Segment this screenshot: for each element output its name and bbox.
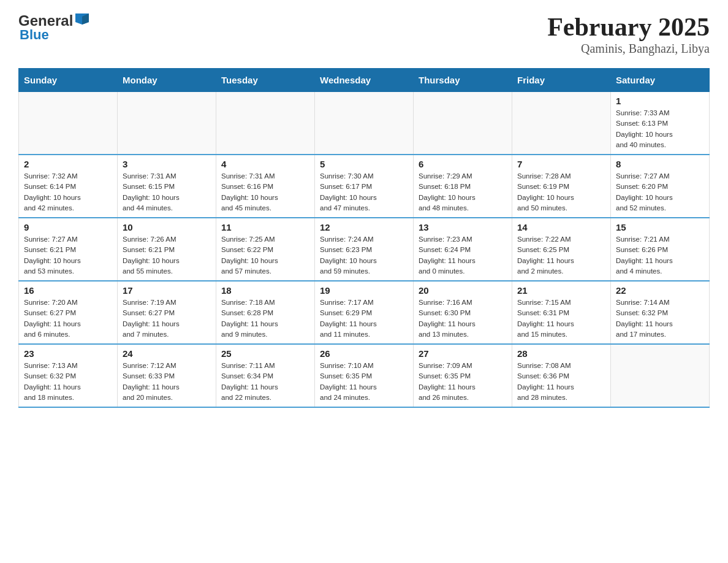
day-info: Sunrise: 7:22 AMSunset: 6:25 PMDaylight:… — [517, 234, 605, 277]
day-number: 14 — [517, 222, 605, 232]
day-info: Sunrise: 7:31 AMSunset: 6:15 PMDaylight:… — [123, 171, 211, 213]
calendar-cell: 3Sunrise: 7:31 AMSunset: 6:15 PMDaylight… — [118, 155, 216, 218]
calendar-cell: 23Sunrise: 7:13 AMSunset: 6:32 PMDayligh… — [19, 344, 118, 407]
calendar-week-row: 2Sunrise: 7:32 AMSunset: 6:14 PMDaylight… — [19, 155, 710, 218]
logo-blue: Blue — [20, 27, 49, 43]
day-info: Sunrise: 7:27 AMSunset: 6:20 PMDaylight:… — [616, 171, 704, 213]
day-info: Sunrise: 7:21 AMSunset: 6:26 PMDaylight:… — [616, 234, 704, 277]
day-number: 2 — [24, 159, 112, 169]
calendar-header-row: SundayMondayTuesdayWednesdayThursdayFrid… — [19, 69, 710, 92]
calendar-cell — [118, 92, 216, 155]
day-info: Sunrise: 7:26 AMSunset: 6:21 PMDaylight:… — [123, 234, 211, 277]
calendar-cell: 17Sunrise: 7:19 AMSunset: 6:27 PMDayligh… — [118, 281, 216, 344]
day-number: 6 — [419, 159, 507, 169]
header-wednesday: Wednesday — [315, 69, 414, 92]
day-info: Sunrise: 7:23 AMSunset: 6:24 PMDaylight:… — [419, 234, 507, 277]
calendar-cell: 13Sunrise: 7:23 AMSunset: 6:24 PMDayligh… — [414, 218, 512, 281]
day-number: 8 — [616, 159, 704, 169]
calendar-cell: 20Sunrise: 7:16 AMSunset: 6:30 PMDayligh… — [414, 281, 512, 344]
calendar-cell: 28Sunrise: 7:08 AMSunset: 6:36 PMDayligh… — [512, 344, 611, 407]
day-number: 9 — [24, 222, 112, 232]
calendar-cell: 2Sunrise: 7:32 AMSunset: 6:14 PMDaylight… — [19, 155, 118, 218]
day-info: Sunrise: 7:33 AMSunset: 6:13 PMDaylight:… — [616, 108, 704, 150]
day-number: 1 — [616, 96, 704, 106]
calendar-cell: 11Sunrise: 7:25 AMSunset: 6:22 PMDayligh… — [216, 218, 315, 281]
day-number: 12 — [320, 222, 408, 232]
calendar-week-row: 16Sunrise: 7:20 AMSunset: 6:27 PMDayligh… — [19, 281, 710, 344]
day-number: 17 — [123, 285, 211, 296]
header-friday: Friday — [512, 69, 611, 92]
calendar-week-row: 1Sunrise: 7:33 AMSunset: 6:13 PMDaylight… — [19, 92, 710, 155]
calendar-week-row: 23Sunrise: 7:13 AMSunset: 6:32 PMDayligh… — [19, 344, 710, 407]
calendar-cell: 12Sunrise: 7:24 AMSunset: 6:23 PMDayligh… — [315, 218, 414, 281]
day-info: Sunrise: 7:32 AMSunset: 6:14 PMDaylight:… — [24, 171, 112, 213]
day-info: Sunrise: 7:27 AMSunset: 6:21 PMDaylight:… — [24, 234, 112, 277]
day-number: 18 — [221, 285, 309, 296]
calendar-cell: 15Sunrise: 7:21 AMSunset: 6:26 PMDayligh… — [611, 218, 710, 281]
day-number: 15 — [616, 222, 704, 232]
day-number: 5 — [320, 159, 408, 169]
calendar-cell: 25Sunrise: 7:11 AMSunset: 6:34 PMDayligh… — [216, 344, 315, 407]
calendar-table: SundayMondayTuesdayWednesdayThursdayFrid… — [18, 68, 710, 408]
calendar-cell: 4Sunrise: 7:31 AMSunset: 6:16 PMDaylight… — [216, 155, 315, 218]
day-info: Sunrise: 7:13 AMSunset: 6:32 PMDaylight:… — [24, 361, 112, 403]
day-info: Sunrise: 7:30 AMSunset: 6:17 PMDaylight:… — [320, 171, 408, 213]
logo: General Blue — [18, 12, 89, 43]
day-info: Sunrise: 7:10 AMSunset: 6:35 PMDaylight:… — [320, 361, 408, 403]
day-number: 16 — [24, 285, 112, 296]
day-info: Sunrise: 7:15 AMSunset: 6:31 PMDaylight:… — [517, 297, 605, 340]
day-info: Sunrise: 7:18 AMSunset: 6:28 PMDaylight:… — [221, 297, 309, 340]
day-number: 7 — [517, 159, 605, 169]
calendar-cell — [315, 92, 414, 155]
day-info: Sunrise: 7:31 AMSunset: 6:16 PMDaylight:… — [221, 171, 309, 213]
day-number: 22 — [616, 285, 704, 296]
title-section: February 2025 Qaminis, Banghazi, Libya — [547, 12, 710, 56]
day-info: Sunrise: 7:17 AMSunset: 6:29 PMDaylight:… — [320, 297, 408, 340]
calendar-cell — [414, 92, 512, 155]
day-info: Sunrise: 7:16 AMSunset: 6:30 PMDaylight:… — [419, 297, 507, 340]
day-number: 25 — [221, 348, 309, 359]
page-subtitle: Qaminis, Banghazi, Libya — [547, 42, 710, 56]
calendar-cell: 5Sunrise: 7:30 AMSunset: 6:17 PMDaylight… — [315, 155, 414, 218]
day-number: 20 — [419, 285, 507, 296]
day-number: 10 — [123, 222, 211, 232]
calendar-cell: 6Sunrise: 7:29 AMSunset: 6:18 PMDaylight… — [414, 155, 512, 218]
calendar-cell: 26Sunrise: 7:10 AMSunset: 6:35 PMDayligh… — [315, 344, 414, 407]
header-tuesday: Tuesday — [216, 69, 315, 92]
calendar-cell: 16Sunrise: 7:20 AMSunset: 6:27 PMDayligh… — [19, 281, 118, 344]
day-number: 27 — [419, 348, 507, 359]
day-number: 24 — [123, 348, 211, 359]
day-number: 11 — [221, 222, 309, 232]
day-number: 21 — [517, 285, 605, 296]
calendar-cell: 7Sunrise: 7:28 AMSunset: 6:19 PMDaylight… — [512, 155, 611, 218]
calendar-body: 1Sunrise: 7:33 AMSunset: 6:13 PMDaylight… — [19, 92, 710, 408]
calendar-cell: 10Sunrise: 7:26 AMSunset: 6:21 PMDayligh… — [118, 218, 216, 281]
calendar-cell: 18Sunrise: 7:18 AMSunset: 6:28 PMDayligh… — [216, 281, 315, 344]
day-number: 23 — [24, 348, 112, 359]
page-title: February 2025 — [547, 12, 710, 42]
calendar-cell: 21Sunrise: 7:15 AMSunset: 6:31 PMDayligh… — [512, 281, 611, 344]
day-info: Sunrise: 7:28 AMSunset: 6:19 PMDaylight:… — [517, 171, 605, 213]
day-info: Sunrise: 7:14 AMSunset: 6:32 PMDaylight:… — [616, 297, 704, 340]
day-number: 3 — [123, 159, 211, 169]
calendar-cell — [216, 92, 315, 155]
calendar-cell: 22Sunrise: 7:14 AMSunset: 6:32 PMDayligh… — [611, 281, 710, 344]
calendar-cell — [611, 344, 710, 407]
header-monday: Monday — [118, 69, 216, 92]
day-number: 4 — [221, 159, 309, 169]
day-number: 13 — [419, 222, 507, 232]
page-header: General Blue February 2025 Qaminis, Bang… — [18, 12, 710, 56]
calendar-cell — [19, 92, 118, 155]
day-info: Sunrise: 7:29 AMSunset: 6:18 PMDaylight:… — [419, 171, 507, 213]
calendar-cell — [512, 92, 611, 155]
header-thursday: Thursday — [414, 69, 512, 92]
calendar-week-row: 9Sunrise: 7:27 AMSunset: 6:21 PMDaylight… — [19, 218, 710, 281]
day-info: Sunrise: 7:12 AMSunset: 6:33 PMDaylight:… — [123, 361, 211, 403]
day-info: Sunrise: 7:20 AMSunset: 6:27 PMDaylight:… — [24, 297, 112, 340]
day-number: 19 — [320, 285, 408, 296]
calendar-cell: 27Sunrise: 7:09 AMSunset: 6:35 PMDayligh… — [414, 344, 512, 407]
calendar-cell: 19Sunrise: 7:17 AMSunset: 6:29 PMDayligh… — [315, 281, 414, 344]
day-info: Sunrise: 7:11 AMSunset: 6:34 PMDaylight:… — [221, 361, 309, 403]
day-info: Sunrise: 7:19 AMSunset: 6:27 PMDaylight:… — [123, 297, 211, 340]
day-number: 26 — [320, 348, 408, 359]
